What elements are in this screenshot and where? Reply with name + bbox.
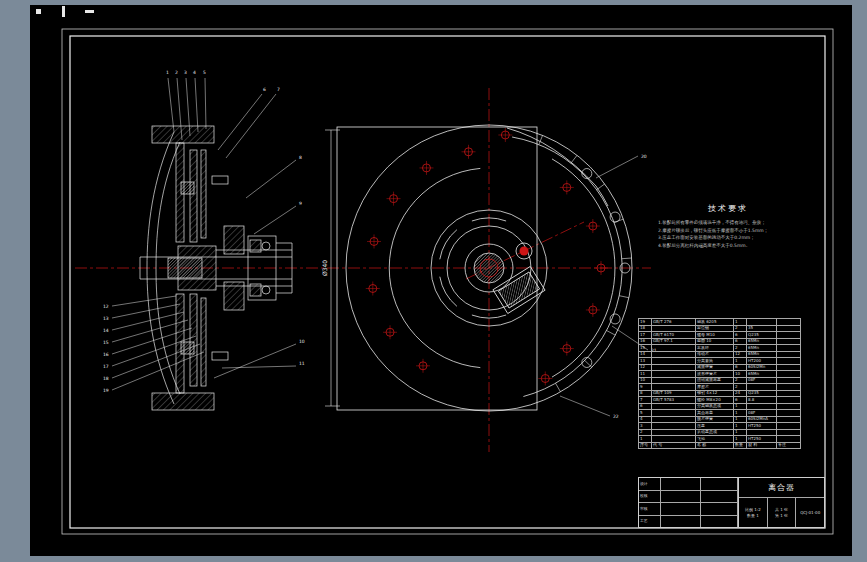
title-block-row: 工艺 xyxy=(639,516,738,528)
tech-requirement-line: 4.装配后分离杠杆内端高度差不大于0.5mm。 xyxy=(658,242,798,250)
part-callout: 5 xyxy=(203,70,206,75)
part-callout: 17 xyxy=(103,364,109,369)
part-callout: 18 xyxy=(103,376,109,381)
tech-requirements-title: 技术要求 xyxy=(658,203,798,214)
title-block-cell xyxy=(661,503,701,515)
part-callout: 9 xyxy=(299,201,302,206)
title-block-row: 审核 xyxy=(639,503,738,516)
part-callout: 22 xyxy=(613,414,619,419)
tech-requirements: 技术要求 1.装配前所有零件必须清洗干净，不得有油污、杂质；2.摩擦片铆接后，铆… xyxy=(658,203,798,249)
sheet-cell: 共 1 张 第 1 张 xyxy=(768,498,797,527)
scale-value: 1:2 xyxy=(754,507,760,512)
part-callout: 10 xyxy=(299,339,305,344)
tech-requirement-line: 3.压盘工作面对安装基面的跳动不大于0.2mm； xyxy=(658,234,798,242)
drawing-title: 离合器 xyxy=(739,478,824,498)
tech-requirements-lines: 1.装配前所有零件必须清洗干净，不得有油污、杂质；2.摩擦片铆接后，铆钉头应低于… xyxy=(658,219,798,249)
title-block-row: 校核 xyxy=(639,491,738,504)
part-callout: 4 xyxy=(193,70,196,75)
title-block-row: 设计 xyxy=(639,478,738,491)
bom-cell: 数量 xyxy=(734,442,747,449)
sheet-no-label: 第 1 张 xyxy=(775,513,788,518)
part-callout: 3 xyxy=(184,70,187,75)
title-block-cell xyxy=(701,503,738,515)
dimension-label: Ø340 xyxy=(321,260,328,276)
release-bearing-top xyxy=(224,226,244,254)
part-callout: 2 xyxy=(175,70,178,75)
title-block-cell xyxy=(701,516,738,528)
title-block-cell xyxy=(661,491,701,503)
bom-table: 19GB/T 276轴承 6205118定位销23517GB/T 6170螺母 … xyxy=(638,318,801,449)
bom-cell: 代 号 xyxy=(652,442,696,449)
title-block-signatures: 设计校核审核工艺 xyxy=(639,478,739,527)
title-block: 设计校核审核工艺 离合器 比例 1:2 数量 1 共 1 张 第 1 张 QCJ… xyxy=(638,477,825,528)
title-block-cell: 校核 xyxy=(639,491,661,503)
spline-hub xyxy=(168,258,202,278)
part-callout: 12 xyxy=(103,304,109,309)
scale-label: 比例 xyxy=(745,507,753,512)
tech-requirement-line: 2.摩擦片铆接后，铆钉头应低于摩擦面不小于1.5mm； xyxy=(658,227,798,235)
sheets-label: 共 1 张 xyxy=(775,507,788,512)
qty-label: 数量 xyxy=(747,513,755,518)
part-callout: 20 xyxy=(641,154,647,159)
title-block-cell xyxy=(701,491,738,503)
title-block-cell xyxy=(661,516,701,528)
pin-mark-filled xyxy=(520,247,529,256)
bom-cell: 备注 xyxy=(777,442,801,449)
bom-header-row: 序号代 号名 称数量材 料备注 xyxy=(639,442,801,449)
title-block-cell xyxy=(661,478,701,490)
title-block-cell: 设计 xyxy=(639,478,661,490)
part-callout: 6 xyxy=(263,87,266,92)
part-callout: 16 xyxy=(103,352,109,357)
cad-viewer-window: { "colors": { "background": "#7b8a99", "… xyxy=(0,0,867,562)
flywheel-rim-top xyxy=(152,126,214,143)
bom-cell: 序号 xyxy=(639,442,652,449)
title-block-cell xyxy=(701,478,738,490)
bom-cell: 名 称 xyxy=(696,442,734,449)
scale-cell: 比例 1:2 数量 1 xyxy=(739,498,768,527)
part-callout: 15 xyxy=(103,340,109,345)
part-callout: 13 xyxy=(103,316,109,321)
part-callout: 7 xyxy=(277,87,280,92)
part-callout: 11 xyxy=(299,361,305,366)
bom-cell: 材 料 xyxy=(747,442,777,449)
part-callout: 1 xyxy=(166,70,169,75)
part-callout: 19 xyxy=(103,388,109,393)
qty-value: 1 xyxy=(756,513,759,518)
drawing-no: QCJ-01-00 xyxy=(800,510,820,515)
part-callout: 8 xyxy=(299,155,302,160)
title-block-main: 离合器 比例 1:2 数量 1 共 1 张 第 1 张 QCJ-01-00 xyxy=(739,478,824,527)
drawing-no-cell: QCJ-01-00 xyxy=(796,498,824,527)
title-block-cell: 工艺 xyxy=(639,516,661,528)
shaft-spline xyxy=(474,253,504,283)
release-bearing-bottom xyxy=(224,282,244,310)
tech-requirement-line: 1.装配前所有零件必须清洗干净，不得有油污、杂质； xyxy=(658,219,798,227)
part-callout: 14 xyxy=(103,328,109,333)
flywheel-rim-bottom xyxy=(152,393,214,410)
title-block-cell: 审核 xyxy=(639,503,661,515)
